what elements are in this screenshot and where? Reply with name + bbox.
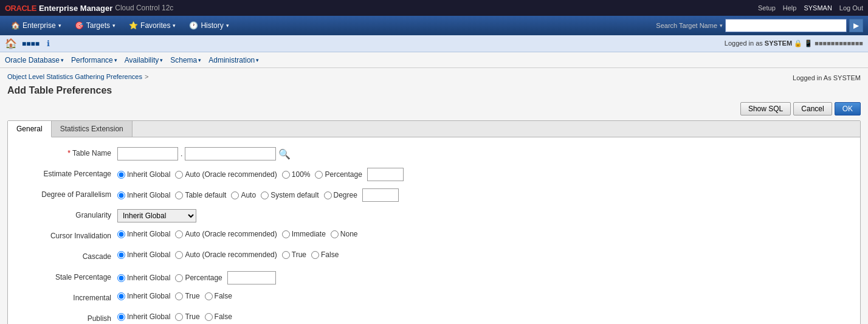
pub-true-radio[interactable] — [175, 313, 183, 321]
help-link[interactable]: Help — [783, 4, 797, 12]
table-name-search-button[interactable]: 🔍 — [278, 148, 291, 160]
ep-100-radio[interactable] — [282, 171, 290, 179]
sp-inherit-global[interactable]: Inherit Global — [117, 274, 170, 282]
cascade-false[interactable]: False — [311, 250, 339, 259]
sp-percentage-radio[interactable] — [175, 274, 183, 282]
top-bar-left: ORACLE Enterprise Manager Cloud Control … — [5, 4, 173, 13]
dp-auto-radio[interactable] — [231, 191, 239, 199]
dp-degree-value[interactable] — [362, 188, 399, 202]
dbnav-availability[interactable]: Availability ▾ — [125, 56, 163, 64]
dp-degree[interactable]: Degree — [324, 191, 357, 199]
ci-immediate-radio[interactable] — [282, 230, 290, 238]
cascade-inherit-global-radio[interactable] — [117, 251, 125, 259]
granularity-select[interactable]: Inherit Global — [117, 209, 196, 222]
ci-auto-radio[interactable] — [175, 230, 183, 238]
tab-content-general: Table Name . 🔍 Estimate Percentage — [8, 137, 860, 324]
info-icon[interactable]: ℹ — [47, 39, 50, 48]
form-row-cursor-invalidation: Cursor Invalidation Inherit Global Auto … — [20, 230, 848, 244]
target-bar-right: Logged in as SYSTEM 🔒 📱 ■■■■■■■■■■■■ — [725, 40, 863, 47]
ep-inherit-global[interactable]: Inherit Global — [117, 170, 170, 179]
nav-search: Search Target Name ▾ ▶ — [656, 19, 863, 32]
dbnav-administration[interactable]: Administration ▾ — [208, 56, 259, 64]
cancel-button-top[interactable]: Cancel — [793, 102, 832, 115]
cascade-true[interactable]: True — [282, 250, 306, 259]
dp-table-default-radio[interactable] — [175, 191, 183, 199]
ok-button-top[interactable]: OK — [835, 102, 861, 115]
history-icon: 🕐 — [189, 21, 198, 30]
pub-true[interactable]: True — [175, 312, 199, 321]
ep-auto[interactable]: Auto (Oracle recommended) — [175, 170, 277, 179]
ci-immediate[interactable]: Immediate — [282, 230, 326, 238]
pub-inherit-global[interactable]: Inherit Global — [117, 312, 170, 321]
show-sql-button-top[interactable]: Show SQL — [740, 102, 791, 115]
cascade-inherit-global[interactable]: Inherit Global — [117, 250, 170, 259]
dp-table-default[interactable]: Table default — [175, 191, 226, 199]
ep-percentage-value[interactable] — [367, 168, 404, 181]
dbnav-performance[interactable]: Performance ▾ — [71, 56, 117, 64]
page-title: Add Table Preferences — [7, 85, 861, 96]
ep-auto-radio[interactable] — [175, 171, 183, 179]
ep-100[interactable]: 100% — [282, 170, 311, 179]
search-input[interactable] — [725, 19, 847, 32]
nav-bar: 🏠 Enterprise ▾ 🎯 Targets ▾ ⭐ Favorites ▾… — [0, 16, 868, 35]
inc-true[interactable]: True — [175, 292, 199, 300]
nav-enterprise[interactable]: 🏠 Enterprise ▾ — [5, 19, 67, 32]
pub-false-radio[interactable] — [205, 313, 213, 321]
cascade-true-radio[interactable] — [282, 251, 290, 259]
ci-inherit-global[interactable]: Inherit Global — [117, 230, 170, 238]
setup-link[interactable]: Setup — [758, 4, 776, 12]
nav-history[interactable]: 🕐 History ▾ — [183, 19, 235, 32]
breadcrumb-link[interactable]: Object Level Statistics Gathering Prefer… — [7, 73, 142, 80]
ci-none-radio[interactable] — [331, 230, 339, 238]
table-name-input-1[interactable] — [117, 147, 178, 160]
target-bar-left: 🏠 ■■■■ ℹ — [5, 38, 50, 49]
dp-inherit-global-radio[interactable] — [117, 191, 125, 199]
dbnav-performance-arrow: ▾ — [114, 57, 117, 63]
dp-degree-radio[interactable] — [324, 191, 332, 199]
dbnav-schema[interactable]: Schema ▾ — [170, 56, 201, 64]
sp-percentage[interactable]: Percentage — [175, 274, 222, 282]
cascade-auto[interactable]: Auto (Oracle recommended) — [175, 250, 277, 259]
ep-percentage-radio[interactable] — [315, 171, 323, 179]
cascade-false-radio[interactable] — [311, 251, 319, 259]
inc-inherit-global-radio[interactable] — [117, 292, 125, 300]
tab-general[interactable]: General — [8, 121, 52, 137]
ci-auto[interactable]: Auto (Oracle recommended) — [175, 230, 277, 238]
dp-system-default[interactable]: System default — [261, 191, 319, 199]
nav-favorites[interactable]: ⭐ Favorites ▾ — [123, 19, 182, 32]
form-row-degree-parallelism: Degree of Parallelism Inherit Global Tab… — [20, 188, 848, 203]
ci-none[interactable]: None — [331, 230, 358, 238]
enterprise-icon: 🏠 — [11, 21, 20, 30]
search-button[interactable]: ▶ — [849, 19, 863, 32]
inc-false-radio[interactable] — [205, 292, 213, 300]
dp-system-default-radio[interactable] — [261, 191, 269, 199]
tab-statistics-extension[interactable]: Statistics Extension — [52, 121, 133, 137]
favorites-icon: ⭐ — [129, 21, 138, 30]
user-name: SYSMAN — [804, 4, 832, 12]
ep-percentage[interactable]: Percentage — [315, 170, 362, 179]
pub-inherit-global-radio[interactable] — [117, 313, 125, 321]
degree-parallelism-controls: Inherit Global Table default Auto System… — [117, 188, 399, 202]
ep-inherit-global-radio[interactable] — [117, 171, 125, 179]
granularity-controls: Inherit Global — [117, 209, 196, 222]
home-icon[interactable]: 🏠 — [5, 38, 17, 49]
table-name-input-2[interactable] — [185, 147, 276, 160]
logout-link[interactable]: Log Out — [839, 4, 863, 12]
inc-true-radio[interactable] — [175, 292, 183, 300]
pub-false[interactable]: False — [205, 312, 232, 321]
dbnav-schema-arrow: ▾ — [198, 57, 201, 63]
cascade-auto-radio[interactable] — [175, 251, 183, 259]
dp-inherit-global[interactable]: Inherit Global — [117, 191, 170, 199]
ci-inherit-global-radio[interactable] — [117, 230, 125, 238]
oracle-logo: ORACLE — [5, 4, 36, 13]
sp-percentage-value[interactable] — [227, 271, 276, 284]
dp-auto[interactable]: Auto — [231, 191, 256, 199]
publish-label: Publish — [20, 312, 117, 323]
inc-false[interactable]: False — [205, 292, 232, 300]
nav-targets[interactable]: 🎯 Targets ▾ — [69, 19, 122, 32]
dbnav-oracle-database-label: Oracle Database — [5, 56, 60, 64]
inc-inherit-global[interactable]: Inherit Global — [117, 292, 170, 300]
search-label: Search Target Name — [656, 22, 717, 29]
sp-inherit-global-radio[interactable] — [117, 274, 125, 282]
dbnav-oracle-database[interactable]: Oracle Database ▾ — [5, 56, 64, 64]
